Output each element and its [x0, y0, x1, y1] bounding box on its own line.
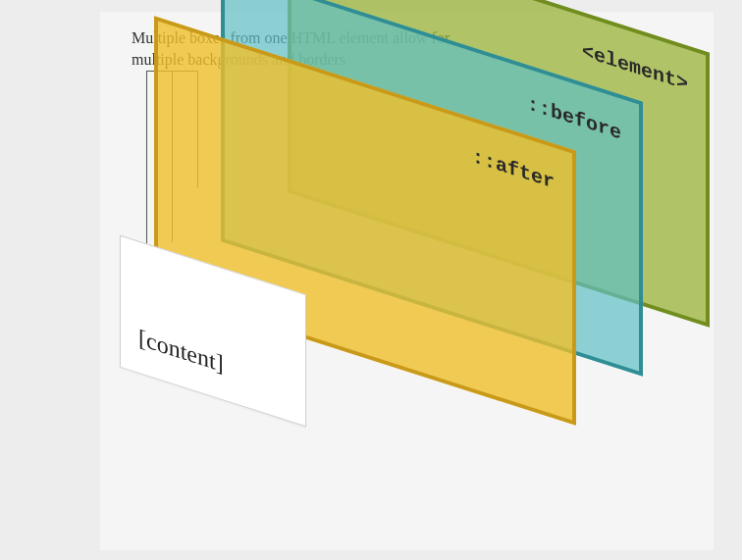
layer-content-label: [content] — [138, 325, 224, 379]
